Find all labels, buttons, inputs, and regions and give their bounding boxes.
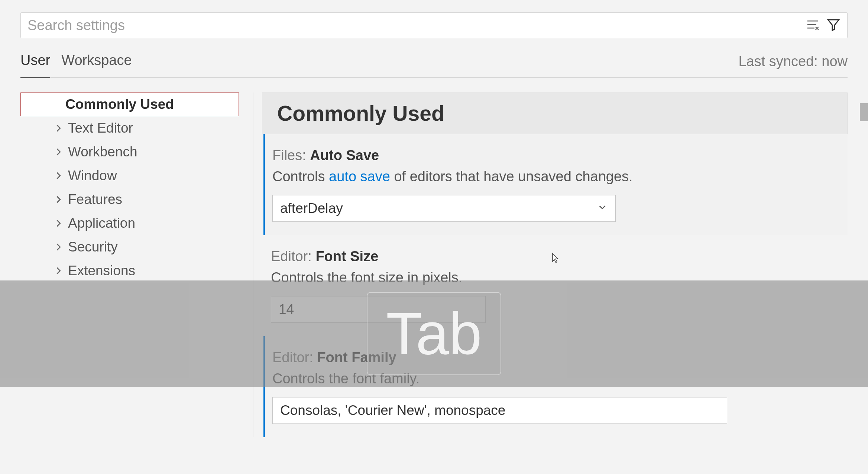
setting-scope: Editor: [271, 249, 315, 264]
sidebar-item-label: Features [68, 192, 122, 207]
clear-filter-icon[interactable] [806, 17, 820, 33]
input-value: Consolas, 'Courier New', monospace [280, 403, 505, 418]
filter-icon[interactable] [826, 17, 841, 33]
chevron-down-icon [597, 201, 608, 216]
content-section-header: Commonly Used [262, 92, 848, 134]
auto-save-select[interactable]: afterDelay [272, 195, 616, 222]
chevron-right-icon [53, 147, 64, 157]
sidebar-item-label: Workbench [68, 144, 137, 160]
chevron-right-icon [53, 194, 64, 205]
sidebar-item-workbench[interactable]: Workbench [20, 140, 239, 164]
select-value: afterDelay [280, 201, 343, 216]
cursor-icon [551, 253, 559, 264]
setting-name: Font Size [315, 249, 378, 264]
setting-description: Controls the font family. [272, 371, 848, 387]
chevron-right-icon [53, 266, 64, 276]
chevron-right-icon [53, 171, 64, 181]
search-bar[interactable] [20, 12, 848, 38]
sidebar-item-extensions[interactable]: Extensions [20, 259, 239, 283]
sidebar-item-label: Extensions [68, 263, 135, 279]
sidebar-item-window[interactable]: Window [20, 164, 239, 188]
chevron-right-icon [53, 242, 64, 252]
chevron-right-icon [53, 218, 64, 228]
sidebar-item-security[interactable]: Security [20, 235, 239, 259]
setting-scope: Editor: [272, 350, 317, 365]
auto-save-link[interactable]: auto save [329, 169, 390, 184]
font-size-input[interactable]: 14 [271, 296, 486, 323]
sync-status: Last synced: now [738, 53, 848, 74]
setting-name: Font Family [317, 350, 396, 365]
setting-title: Files: Auto Save [272, 147, 848, 163]
setting-title: Editor: Font Family [272, 350, 848, 366]
setting-title: Editor: Font Size [271, 249, 848, 264]
sidebar-item-features[interactable]: Features [20, 188, 239, 211]
sidebar-item-label: Commonly Used [65, 97, 174, 112]
input-value: 14 [279, 302, 294, 317]
scrollbar-thumb[interactable] [860, 103, 868, 121]
settings-sidebar: Commonly Used Text Editor Workbench Wind… [20, 92, 239, 437]
setting-name: Auto Save [310, 147, 379, 163]
sidebar-item-label: Text Editor [68, 120, 133, 136]
chevron-right-icon [53, 123, 64, 133]
font-family-input[interactable]: Consolas, 'Courier New', monospace [272, 397, 727, 424]
setting-scope: Files: [272, 147, 310, 163]
setting-editor-font-size: Editor: Font Size Controls the font size… [262, 235, 848, 336]
sidebar-item-label: Application [68, 215, 135, 231]
tabs-row: User Workspace Last synced: now [20, 50, 848, 78]
setting-editor-font-family: Editor: Font Family Controls the font fa… [263, 336, 848, 437]
setting-description: Controls the font size in pixels. [271, 270, 848, 286]
sidebar-item-application[interactable]: Application [20, 211, 239, 235]
sidebar-item-commonly-used[interactable]: Commonly Used [20, 92, 239, 116]
setting-description: Controls auto save of editors that have … [272, 169, 848, 185]
tab-workspace[interactable]: Workspace [61, 50, 132, 73]
settings-content: Commonly Used Files: Auto Save Controls … [239, 92, 848, 437]
setting-files-auto-save: Files: Auto Save Controls auto save of e… [263, 134, 848, 235]
sidebar-item-text-editor[interactable]: Text Editor [20, 116, 239, 140]
sidebar-item-label: Window [68, 168, 117, 184]
sidebar-item-label: Security [68, 239, 118, 255]
tab-user[interactable]: User [20, 50, 50, 78]
search-input[interactable] [27, 17, 806, 33]
